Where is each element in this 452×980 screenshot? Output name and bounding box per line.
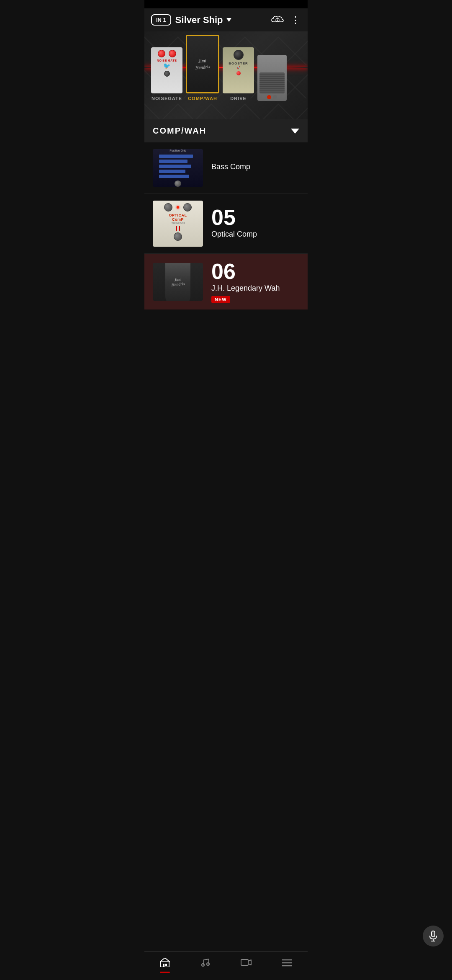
knob-threshold — [158, 50, 165, 57]
pedal-list-item-optcomp[interactable]: OPTICALComP Positive Grid 05 Optical Com… — [144, 194, 308, 254]
section-title: COMP/WAH — [153, 126, 206, 136]
noisegate-label: NOISEGATE — [152, 96, 182, 101]
knob-bottom — [164, 71, 170, 77]
slider-2 — [159, 160, 187, 163]
compwah-label: COMP/WAH — [188, 96, 217, 101]
pedal-amp[interactable] — [257, 55, 287, 101]
wah-name: J.H. Legendary Wah — [211, 284, 299, 293]
pedal-list-item-basscomp[interactable]: Positive Grid Bass Comp — [144, 142, 308, 194]
drive-label: DRIVE — [230, 96, 247, 101]
header-left: IN 1 Silver Ship — [151, 14, 231, 26]
booster-knob — [234, 50, 244, 60]
preset-selector[interactable]: Silver Ship — [175, 15, 231, 26]
wah-info: 06 J.H. Legendary Wah NEW — [211, 260, 299, 303]
header-right: ⋮ — [271, 14, 301, 26]
optcomp-led — [177, 206, 179, 209]
optcomp-knob-volume — [164, 203, 172, 211]
optcomp-number: 05 — [211, 206, 299, 228]
pedal-drive[interactable]: BOOSTER 🚀 DRIVE — [223, 47, 254, 101]
wah-thumb: JimiHendrix — [153, 263, 203, 301]
basscomp-thumb: Positive Grid — [153, 149, 203, 187]
more-options-icon[interactable]: ⋮ — [291, 15, 301, 26]
bass-comp-knob — [175, 181, 181, 187]
slider-1 — [159, 155, 193, 158]
status-bar — [144, 0, 308, 8]
slider-5 — [159, 175, 189, 178]
pedals-row: NOISE GATE 🐦 NOISEGATE JimiHendrix COMP/… — [151, 38, 308, 101]
pedal-list: Positive Grid Bass Comp — [144, 142, 308, 343]
preset-dropdown-arrow — [226, 18, 231, 22]
preset-name-label: Silver Ship — [175, 15, 223, 26]
optcomp-thumb: OPTICALComP Positive Grid — [153, 201, 203, 247]
section-collapse-icon[interactable] — [291, 129, 299, 134]
pedal-compwah[interactable]: JimiHendrix COMP/WAH — [186, 35, 219, 101]
header: IN 1 Silver Ship ⋮ — [144, 8, 308, 31]
new-badge: NEW — [211, 296, 230, 303]
slider-3 — [159, 165, 191, 168]
basscomp-info: Bass Comp — [211, 162, 299, 174]
section-panel[interactable]: COMP/WAH — [144, 119, 308, 142]
wah-number: 06 — [211, 260, 299, 282]
knob-decay — [169, 50, 176, 57]
optcomp-name: Optical Comp — [211, 230, 299, 239]
pedal-list-item-wah[interactable]: JimiHendrix 06 J.H. Legendary Wah NEW — [144, 254, 308, 309]
wah-signature-text: JimiHendrix — [171, 276, 185, 287]
optcomp-knob-bottom — [174, 232, 182, 241]
pedal-chain: NOISE GATE 🐦 NOISEGATE JimiHendrix COMP/… — [144, 31, 308, 119]
optcomp-knob-comp — [183, 203, 192, 211]
slider-4 — [159, 170, 185, 173]
input-badge[interactable]: IN 1 — [151, 14, 171, 26]
optcomp-info: 05 Optical Comp — [211, 206, 299, 241]
pedal-noisegate[interactable]: NOISE GATE 🐦 NOISEGATE — [151, 47, 182, 101]
svg-point-1 — [277, 20, 278, 21]
cloud-sync-icon[interactable] — [271, 14, 284, 26]
wah-signature: JimiHendrix — [195, 57, 211, 71]
basscomp-name: Bass Comp — [211, 162, 299, 171]
